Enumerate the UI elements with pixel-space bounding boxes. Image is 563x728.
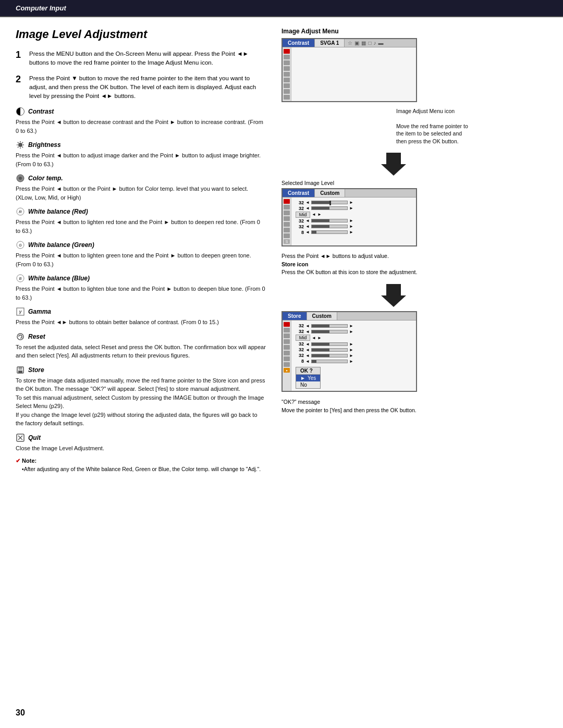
menu-mid-row-2: Mid ◄ ► [296,212,353,218]
menu-mid-icon-active [284,199,290,204]
row0-arrow-l: ◄ [305,200,310,205]
row4-arrow-r: ► [349,224,353,229]
ok-instruction: Move the pointer to [Yes] and then press… [282,406,506,415]
menu-top-empty [291,47,304,101]
menu-mid-bar: Contrast Custom [283,189,416,198]
row4-slider [311,225,348,228]
menu-icon-6 [284,83,290,88]
row5-arrow-r: ► [349,230,353,235]
annotation2: Move the red frame pointer tothe item to… [396,122,506,145]
wb-red-title: White balance (Red) [28,208,88,215]
svg-line-7 [22,142,23,143]
menu-mid-row-0: 32 ◄ ► [296,200,353,205]
wb-green-icon: G [16,240,25,250]
svg-text:γ: γ [19,309,22,314]
store-title: Store [28,366,44,374]
menu-icon-7 [284,89,290,94]
menu-bot-box: Store Custom ● [282,311,417,392]
page: Computer Input Image Level Adjustment 1 … [0,0,563,728]
image-adjust-menu-label: Image Adjust Menu [282,28,506,35]
menu-mid-icon-4 [284,222,290,227]
menu-top-box: Contrast SVGA 1 ☆▣▦□♪▬ [282,38,417,102]
quit-body: Close the Image Level Adjustment. [16,444,266,453]
section-contrast: Contrast Press the Point ◄ button to dec… [16,107,266,135]
step-2-text: Press the Point ▼ button to move the red… [29,74,266,101]
left-column: Image Level Adjustment 1 Press the MENU … [16,28,266,473]
section-wb-blue: B White balance (Blue) Press the Point ◄… [16,274,266,302]
annotation1-spacer [282,107,391,145]
menu-mid-icon-2 [284,211,290,215]
row5-slider [311,230,348,234]
menu-mid-box: Contrast Custom S [282,188,417,246]
step-2: 2 Press the Point ▼ button to move the r… [16,74,266,101]
menu-bot-icon-1 [284,328,290,332]
color-temp-body: Press the Point ◄ button or the Point ► … [16,184,266,202]
step-1-text: Press the MENU button and the On-Screen … [29,50,266,68]
svg-line-6 [22,147,23,148]
menu-icon-active [284,49,290,54]
section-wb-green: G White balance (Green) Press the Point … [16,240,266,268]
note-section: ✔ Note: •After adjusting any of the Whit… [16,458,266,473]
section-store: Store To store the image data adjusted m… [16,365,266,428]
menu-bot-left-icons: ● [283,320,291,391]
menu-bot-row-2: Mid ◄ ► [296,335,353,341]
menu-icon-1 [284,55,290,59]
wb-blue-title: White balance (Blue) [28,275,90,282]
row1-val: 32 [296,206,304,211]
quit-title: Quit [28,434,41,441]
menu-mid-tab-custom: Custom [315,189,345,197]
wb-blue-body: Press the Point ◄ button to lighten blue… [16,285,266,302]
right-panel-top: Image Adjust Menu Contrast SVGA 1 ☆▣▦□♪▬ [282,28,506,145]
page-number: 30 [16,708,25,718]
menu-mid-row-1: 32 ◄ ► [296,206,353,211]
menu-bot-row-6: 8 ◄ ► [296,359,353,364]
right-panel-mid: Selected Image Level Contrast Custom [282,180,506,277]
section-quit: Quit Close the Image Level Adjustment. [16,433,266,453]
store-icon [16,365,25,375]
row0-thumb [329,201,331,205]
svg-rect-21 [18,371,22,373]
gamma-body: Press the Point ◄► buttons to obtain bet… [16,318,266,327]
menu-bot-row-4: 32 ◄ ► [296,347,353,352]
wb-green-title: White balance (Green) [28,241,94,249]
menu-mid-icon-6 [284,233,290,238]
contrast-icon [16,107,25,116]
menu-icon-5 [284,78,290,82]
menu-bot-tab-custom: Custom [307,312,337,320]
menu-top-content [283,47,416,101]
store-body: To store the image data adjusted manuall… [16,376,266,428]
row0-val: 32 [296,200,304,205]
menu-mid-row-4: 32 ◄ ► [296,224,353,229]
ok-section: OK ? ► Yes No [296,367,353,389]
menu-bot-icon-active [284,322,290,327]
ok-label: OK ? [296,367,320,375]
svg-rect-22 [19,367,22,369]
row3-slider [311,219,348,223]
row2-mid: Mid [296,212,310,218]
step-1: 1 Press the MENU button and the On-Scree… [16,50,266,68]
annotation3: Press the Point ◄► buttons to adjust val… [282,252,506,261]
quit-icon [16,433,25,442]
step-1-number: 1 [16,50,25,68]
menu-bot-bar: Store Custom [283,312,416,320]
section-gamma: γ Gamma Press the Point ◄► buttons to ob… [16,307,266,327]
menu-mid-row-5: 8 ◄ ► [296,230,353,235]
menu-icon-2 [284,60,290,65]
menu-top-icons: ☆▣▦□♪▬ [345,39,386,47]
right-panel-bot: Store Custom ● [282,311,506,415]
top-annotations: Image Adjust Menu icon Move the red fram… [282,107,506,145]
row0-fill [312,201,329,204]
gamma-title: Gamma [28,308,51,315]
row3-val: 32 [296,218,304,224]
svg-point-0 [18,143,22,147]
row3-arrow-r: ► [349,218,353,223]
svg-text:R: R [19,209,22,214]
row1-arrow-l: ◄ [305,206,310,211]
yes-arrow: ► [300,375,305,381]
menu-top-bar: Contrast SVGA 1 ☆▣▦□♪▬ [283,39,416,47]
section-color-temp: Color temp. Press the Point ◄ button or … [16,174,266,202]
step-2-number: 2 [16,74,25,101]
menu-mid-content: S 32 ◄ ► [283,198,416,245]
menu-mid-store-icon: S [284,239,290,244]
brightness-body: Press the Point ◄ button to adjust image… [16,151,266,168]
